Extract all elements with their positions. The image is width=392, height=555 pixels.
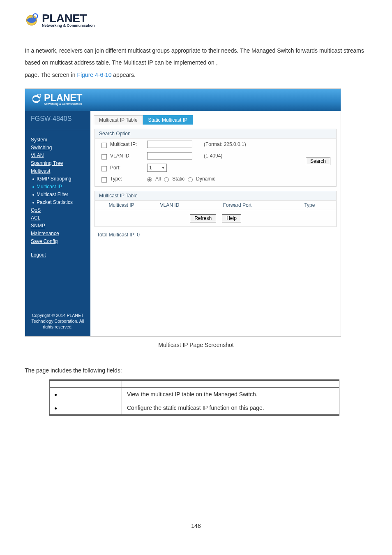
- radio-label-static: Static: [172, 176, 184, 182]
- intro-text-2b: appears.: [111, 72, 135, 78]
- checkbox-port[interactable]: [101, 166, 107, 171]
- nav-sub-multicast-ip[interactable]: Multicast IP: [25, 183, 90, 191]
- tab-static-multicast-ip[interactable]: Static Multicast IP: [143, 115, 193, 125]
- checkbox-multicast-ip[interactable]: [101, 143, 107, 148]
- nav-sub-multicast-filter[interactable]: Multicast Filter: [25, 191, 90, 199]
- nav-logout[interactable]: Logout: [25, 251, 90, 259]
- nav-sub-label: Packet Statistics: [37, 199, 73, 205]
- nav-switching[interactable]: Switching: [25, 144, 90, 152]
- col-vlan-id: VLAN ID: [148, 202, 191, 208]
- obj-row2-label: [50, 401, 122, 415]
- obj-header-col2: [122, 380, 339, 388]
- radio-label-dynamic: Dynamic: [196, 176, 215, 182]
- brand-tagline: Networking & Communication: [42, 23, 95, 28]
- col-type: Type: [283, 202, 336, 208]
- switch-ui-screenshot: PLANET Networking & Communication FGSW-4…: [25, 88, 341, 337]
- planet-globe-icon: [31, 93, 42, 106]
- radio-type-static[interactable]: [164, 177, 169, 182]
- intro-text-2a: page. The screen in: [25, 72, 77, 78]
- search-button[interactable]: Search: [306, 157, 330, 165]
- radio-type-all[interactable]: [147, 177, 152, 182]
- device-model: FGSW-4840S: [25, 111, 90, 130]
- obj-header-col1: [50, 380, 122, 388]
- nav-sub-igmp-snooping[interactable]: IGMP Snooping: [25, 175, 90, 183]
- nav-acl[interactable]: ACL: [25, 214, 90, 222]
- figure-reference-link[interactable]: Figure 4-6-10: [77, 72, 111, 78]
- brand-name: PLANET: [42, 13, 95, 23]
- nav-multicast[interactable]: Multicast: [25, 167, 90, 175]
- chevron-down-icon: ▼: [161, 166, 165, 170]
- intro-text-1: In a network, receivers can join differe…: [25, 47, 364, 66]
- obj-row1-label: [50, 388, 122, 401]
- intro-comma: ,: [216, 59, 218, 66]
- sidebar: FGSW-4840S System Switching VLAN Spannin…: [25, 111, 90, 336]
- label-vlan-id: VLAN ID:: [110, 153, 147, 159]
- object-description-table: View the multicast IP table on the Manag…: [49, 379, 339, 416]
- nav-sub-label: Multicast Filter: [37, 192, 68, 197]
- nav-vlan[interactable]: VLAN: [25, 152, 90, 160]
- obj-row1-desc: View the multicast IP table on the Manag…: [122, 388, 339, 401]
- checkbox-vlan-id[interactable]: [101, 154, 107, 160]
- switch-header-bar: PLANET Networking & Communication: [25, 89, 341, 111]
- bullet-icon: [55, 394, 57, 396]
- total-multicast-ip: Total Multicast IP: 0: [92, 230, 339, 238]
- search-option-title: Search Option: [95, 129, 336, 139]
- planet-globe-icon: [25, 12, 39, 28]
- checkbox-type[interactable]: [101, 177, 107, 183]
- nav-sub-label: IGMP Snooping: [37, 176, 71, 182]
- nav-system[interactable]: System: [25, 136, 90, 144]
- switch-brand-tagline: Networking & Communication: [44, 102, 82, 105]
- switch-brand-name: PLANET: [44, 93, 82, 102]
- input-vlan-id[interactable]: [147, 152, 192, 160]
- nav-save-config[interactable]: Save Config: [25, 238, 90, 245]
- screenshot-caption: Multicast IP Page Screenshot: [25, 342, 367, 348]
- tabs: Multicast IP TableStatic Multicast IP: [92, 113, 339, 125]
- page-number: 148: [25, 523, 367, 529]
- refresh-button[interactable]: Refresh: [190, 214, 216, 222]
- multicast-ip-table-title: Multicast IP Table: [95, 191, 336, 201]
- intro-paragraph: In a network, receivers can join differe…: [25, 45, 367, 81]
- bullet-icon: [55, 407, 57, 409]
- nav-maintenance[interactable]: Maintenance: [25, 230, 90, 238]
- select-port[interactable]: 1▼: [147, 164, 167, 172]
- nav-sub-label: Multicast IP: [37, 184, 62, 190]
- input-multicast-ip[interactable]: [147, 141, 192, 148]
- radio-type-dynamic[interactable]: [188, 177, 193, 182]
- help-button[interactable]: Help: [222, 214, 241, 222]
- hint-multicast-ip: (Format: 225.0.0.1): [204, 141, 246, 147]
- sidebar-copyright: Copyright © 2014 PLANET Technology Corpo…: [25, 312, 90, 337]
- search-option-panel: Search Option Multicast IP: (Format: 225…: [95, 129, 337, 187]
- hint-vlan-id: (1-4094): [204, 153, 222, 159]
- content-area: Multicast IP TableStatic Multicast IP Se…: [90, 111, 341, 336]
- obj-row2-desc: Configure the static multicast IP functi…: [122, 401, 339, 415]
- document-logo: PLANET Networking & Communication: [25, 12, 367, 28]
- radio-label-all: All: [155, 176, 161, 182]
- nav-snmp[interactable]: SNMP: [25, 222, 90, 230]
- col-multicast-ip: Multicast IP: [95, 202, 148, 208]
- select-port-value: 1: [149, 165, 152, 171]
- tab-multicast-ip-table[interactable]: Multicast IP Table: [94, 115, 143, 125]
- nav-qos[interactable]: QoS: [25, 206, 90, 214]
- multicast-ip-table-panel: Multicast IP Table Multicast IP VLAN ID …: [95, 191, 337, 227]
- nav-sub-packet-statistics[interactable]: Packet Statistics: [25, 199, 90, 206]
- label-multicast-ip: Multicast IP:: [110, 141, 147, 147]
- nav-spanning-tree[interactable]: Spanning Tree: [25, 160, 90, 167]
- col-forward-port: Forward Port: [191, 202, 283, 208]
- fields-intro: The page includes the following fields:: [25, 367, 367, 374]
- label-type: Type:: [110, 176, 147, 182]
- table-header-row: Multicast IP VLAN ID Forward Port Type: [95, 201, 336, 210]
- label-port: Port:: [110, 165, 147, 171]
